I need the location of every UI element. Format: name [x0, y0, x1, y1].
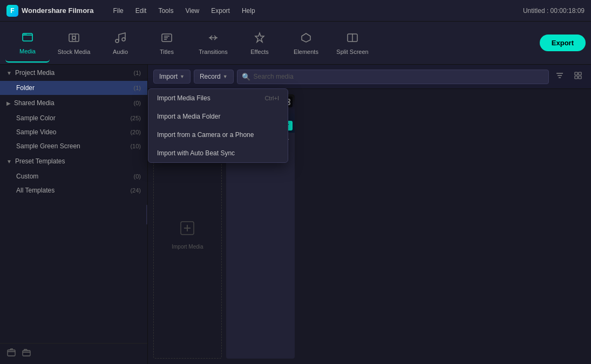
record-dropdown-arrow: ▼ [223, 74, 228, 79]
content-area: Import ▼ Record ▼ 🔍 [148, 65, 591, 364]
sidebar: ▼ Project Media (1) Folder (1) ▶ Shared … [0, 65, 148, 364]
menu-bar: File Edit Tools View Export Help [107, 5, 260, 17]
tool-elements[interactable]: Elements [284, 24, 328, 63]
tool-titles-label: Titles [160, 49, 174, 55]
svg-rect-15 [575, 76, 578, 79]
tool-transitions[interactable]: Transitions [191, 24, 235, 63]
svg-point-4 [72, 36, 76, 39]
tool-stock-media[interactable]: Stock Media [52, 24, 96, 63]
tool-media[interactable]: Media [5, 24, 50, 63]
import-media-folder-label: Import a Media Folder [157, 113, 220, 120]
tool-split-screen[interactable]: Split Screen [330, 24, 375, 63]
svg-rect-11 [8, 350, 15, 356]
menu-help[interactable]: Help [236, 5, 261, 17]
sample-video-label: Sample Video [16, 128, 130, 136]
all-templates-count: (24) [130, 187, 141, 194]
search-icon: 🔍 [242, 73, 250, 81]
import-camera-phone-label: Import from a Camera or a Phone [157, 131, 254, 139]
filter-button[interactable] [552, 69, 567, 84]
import-placeholder-label: Import Media [172, 244, 203, 250]
sidebar-section-project-media[interactable]: ▼ Project Media (1) [0, 65, 147, 81]
import-dropdown-arrow: ▼ [180, 74, 185, 79]
tool-audio[interactable]: Audio [98, 24, 142, 63]
sidebar-bottom [0, 343, 147, 364]
record-button[interactable]: Record ▼ [194, 70, 234, 84]
tool-titles[interactable]: Titles [145, 24, 189, 63]
sample-video-count: (20) [130, 129, 141, 135]
custom-label: Custom [16, 173, 134, 180]
svg-rect-12 [23, 351, 30, 356]
svg-rect-16 [579, 76, 581, 79]
svg-rect-14 [579, 72, 581, 75]
sample-green-screen-count: (10) [130, 143, 141, 149]
project-media-label: Project Media [15, 69, 134, 77]
sidebar-item-sample-color[interactable]: Sample Color (25) [0, 111, 147, 125]
import-label: Import [159, 73, 178, 80]
app-logo-icon: F [6, 5, 18, 17]
toolbar: Media Stock Media Audio Ti [0, 22, 591, 65]
import-dropdown-menu: Import Media Files Ctrl+I Import a Media… [148, 88, 288, 163]
search-bar: 🔍 [237, 70, 549, 84]
folder-label: Folder [16, 84, 134, 92]
sample-color-label: Sample Color [16, 114, 130, 122]
folder-count: (1) [134, 85, 141, 91]
svg-marker-9 [302, 33, 310, 42]
tool-split-screen-label: Split Screen [336, 49, 368, 55]
action-bar: Import ▼ Record ▼ 🔍 [148, 65, 591, 89]
sidebar-item-all-templates[interactable]: All Templates (24) [0, 183, 147, 197]
menu-edit[interactable]: Edit [130, 5, 152, 17]
menu-tools[interactable]: Tools [153, 5, 179, 17]
import-media-files-label: Import Media Files [157, 94, 210, 102]
svg-point-2 [25, 33, 26, 35]
sidebar-item-sample-green-screen[interactable]: Sample Green Screen (10) [0, 139, 147, 153]
svg-rect-13 [575, 72, 578, 75]
sidebar-section-preset-templates[interactable]: ▼ Preset Templates [0, 153, 147, 169]
folder-icon[interactable] [22, 348, 31, 360]
tool-stock-media-label: Stock Media [58, 49, 91, 55]
tool-elements-label: Elements [294, 49, 318, 55]
elements-icon [300, 31, 313, 46]
new-folder-icon[interactable] [6, 348, 16, 360]
shared-media-count: (0) [134, 100, 141, 106]
import-media-folder-item[interactable]: Import a Media Folder [148, 107, 288, 126]
svg-point-1 [24, 33, 25, 35]
effects-icon [253, 31, 266, 46]
tool-effects[interactable]: Effects [237, 24, 282, 63]
import-camera-phone-item[interactable]: Import from a Camera or a Phone [148, 126, 288, 144]
chevron-down-icon: ▼ [6, 70, 12, 76]
tool-effects-label: Effects [250, 49, 268, 55]
transitions-icon [207, 31, 220, 46]
import-auto-beat-sync-item[interactable]: Import with Auto Beat Sync [148, 144, 288, 162]
media-icon [21, 31, 34, 46]
import-media-files-item[interactable]: Import Media Files Ctrl+I [148, 89, 288, 107]
shared-media-label: Shared Media [14, 99, 134, 107]
import-media-files-shortcut: Ctrl+I [264, 95, 279, 101]
titles-icon [160, 31, 173, 46]
project-media-count: (1) [134, 70, 141, 76]
window-title: Untitled : 00:00:18:09 [523, 7, 585, 15]
audio-icon [114, 31, 127, 46]
export-button[interactable]: Export [540, 35, 586, 51]
menu-file[interactable]: File [107, 5, 128, 17]
sample-color-count: (25) [130, 115, 141, 121]
tool-media-label: Media [19, 48, 36, 54]
svg-point-5 [116, 39, 119, 43]
menu-export[interactable]: Export [206, 5, 235, 17]
sidebar-section-shared-media[interactable]: ▶ Shared Media (0) [0, 95, 147, 111]
svg-marker-8 [255, 33, 264, 42]
grid-view-button[interactable] [570, 69, 586, 84]
all-templates-label: All Templates [16, 187, 130, 194]
sample-green-screen-label: Sample Green Screen [16, 142, 130, 150]
custom-count: (0) [134, 173, 141, 180]
menu-view[interactable]: View [180, 5, 205, 17]
sidebar-item-custom[interactable]: Custom (0) [0, 169, 147, 183]
svg-point-6 [122, 38, 125, 41]
sidebar-item-folder[interactable]: Folder (1) [0, 81, 147, 95]
svg-rect-3 [69, 34, 79, 42]
search-input[interactable] [254, 73, 544, 80]
sidebar-item-sample-video[interactable]: Sample Video (20) [0, 125, 147, 139]
import-button[interactable]: Import ▼ [153, 70, 191, 84]
chevron-right-icon: ▶ [6, 100, 11, 106]
main-area: ▼ Project Media (1) Folder (1) ▶ Shared … [0, 65, 591, 364]
chevron-down-icon-2: ▼ [6, 159, 12, 164]
